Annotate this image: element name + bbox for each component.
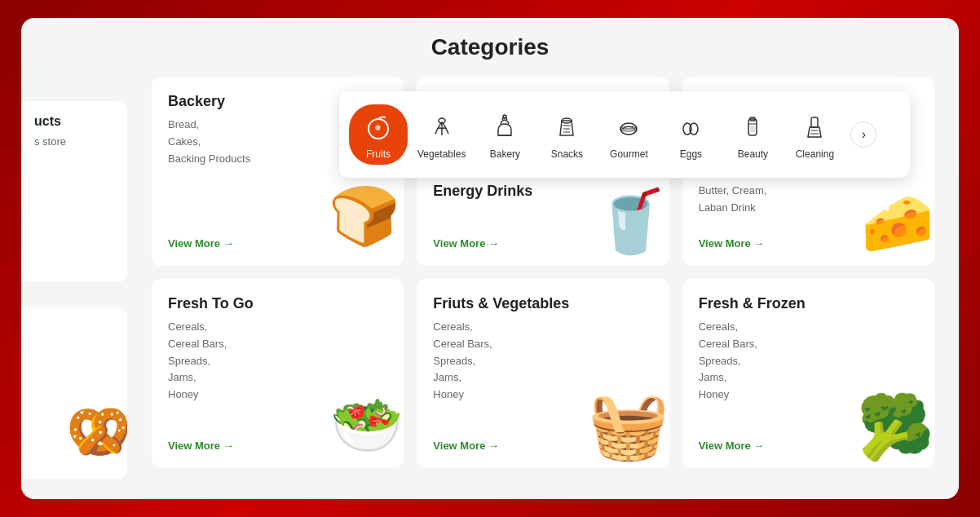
card-fresh-frozen-image: 🥦 (857, 391, 934, 464)
category-item-gourmet[interactable]: Gourmet (599, 104, 658, 165)
svg-rect-16 (750, 126, 755, 132)
gourmet-label: Gourmet (610, 148, 648, 160)
fruits-label: Fruits (366, 148, 391, 160)
gourmet-icon (611, 109, 647, 145)
card-fresh-frozen: Fresh & Frozen Cereals, Cereal Bars, Spr… (682, 279, 934, 468)
card-fresh-to-go-image: 🥗 (330, 391, 404, 460)
category-item-fruits[interactable]: Fruits (349, 104, 408, 165)
page-title: Categories (46, 34, 934, 60)
card-energy-drinks-image: 🥤 (593, 186, 669, 258)
category-item-cleaning[interactable]: Cleaning (785, 104, 844, 165)
partial-card-bottom-emoji: 🥨 (66, 401, 127, 462)
partial-card-top-title: ucts (34, 114, 114, 129)
bakery-label: Bakery (490, 148, 520, 160)
category-item-bakery[interactable]: Bakery (475, 104, 534, 165)
fruits-icon (360, 109, 396, 145)
category-item-beauty[interactable]: Beauty (723, 104, 782, 165)
vegetables-label: Vegetables (417, 148, 466, 160)
card-fruits-vegetables-image: 🧺 (588, 387, 669, 464)
snacks-label: Snacks (551, 148, 583, 160)
card-fresh-frozen-title: Fresh & Frozen (699, 295, 918, 312)
card-fruits-vegetables: Friuts & Vegetables Cereals, Cereal Bars… (417, 279, 669, 468)
card-dairy-image: 🧀 (861, 188, 934, 258)
card-fresh-to-go: Fresh To Go Cereals, Cereal Bars, Spread… (152, 279, 404, 468)
eggs-icon (673, 109, 709, 145)
card-backery-image: 🍞 (329, 183, 400, 250)
bakery-icon (487, 109, 523, 145)
svg-rect-17 (811, 117, 818, 127)
category-next-button[interactable]: › (850, 122, 876, 148)
vegetables-icon (424, 109, 460, 145)
snacks-icon (549, 109, 585, 145)
category-item-snacks[interactable]: Snacks (537, 104, 596, 165)
card-fresh-to-go-title: Fresh To Go (168, 295, 387, 312)
beauty-label: Beauty (738, 148, 768, 160)
cleaning-icon (797, 109, 832, 145)
partial-card-top: ucts s store (21, 101, 127, 282)
category-item-vegetables[interactable]: Vegetables (411, 104, 472, 165)
category-popup: Fruits Vegetables (339, 91, 910, 178)
main-container: Categories Fruits (21, 18, 959, 499)
beauty-icon (735, 109, 770, 145)
eggs-label: Eggs (680, 148, 702, 160)
svg-point-2 (503, 115, 506, 118)
cleaning-label: Cleaning (796, 148, 834, 160)
partial-card-top-subtitle: s store (34, 135, 114, 148)
partial-card-bottom: 🥨 (21, 307, 127, 479)
category-item-eggs[interactable]: Eggs (661, 104, 720, 165)
card-fruits-vegetables-title: Friuts & Vegetables (433, 295, 652, 312)
